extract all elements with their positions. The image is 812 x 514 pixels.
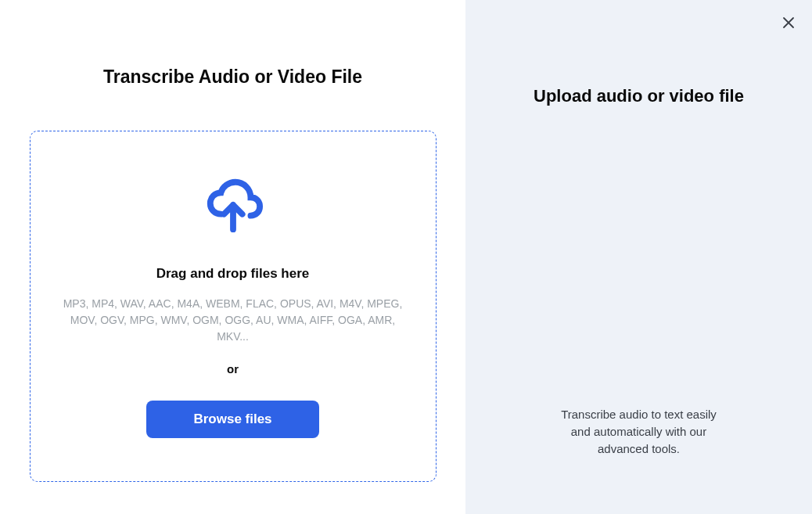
drop-instruction: Drag and drop files here <box>156 266 310 282</box>
info-title: Upload audio or video file <box>534 86 744 106</box>
transcribe-panel: Transcribe Audio or Video File Drag and … <box>0 0 465 514</box>
or-separator: or <box>227 362 239 376</box>
info-panel: Upload audio or video file Transcribe au… <box>465 0 812 514</box>
close-button[interactable] <box>779 14 798 33</box>
page-title: Transcribe Audio or Video File <box>103 66 362 88</box>
cloud-upload-icon <box>203 174 264 239</box>
browse-files-button[interactable]: Browse files <box>146 401 318 438</box>
file-dropzone[interactable]: Drag and drop files here MP3, MP4, WAV, … <box>30 131 437 482</box>
info-description: Transcribe audio to text easily and auto… <box>552 406 726 457</box>
supported-formats: MP3, MP4, WAV, AAC, M4A, WEBM, FLAC, OPU… <box>54 296 412 345</box>
close-icon <box>782 16 795 31</box>
